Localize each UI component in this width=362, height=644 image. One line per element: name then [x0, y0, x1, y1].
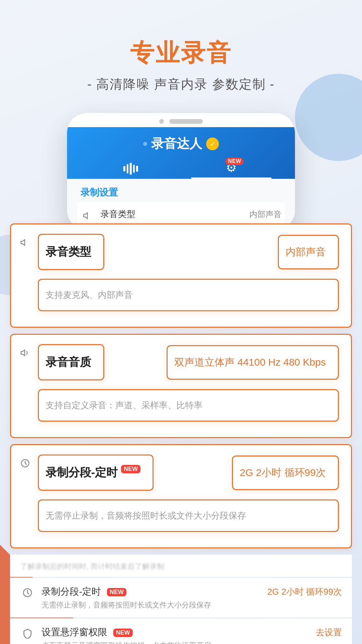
float-new-tag: NEW — [113, 629, 133, 637]
phone-item-value: 内部声音 — [249, 209, 282, 220]
app-title-text: 录音达人 — [151, 135, 202, 152]
verified-icon: ✓ — [210, 140, 216, 148]
card-2-desc: 支持自定义录音：声道、采样率、比特率 — [38, 389, 339, 422]
gear-icon: ⚙ NEW — [226, 160, 237, 175]
app-tabs: ⚙ NEW — [80, 160, 282, 179]
main-title: 专业录音 — [0, 37, 362, 69]
card-2-title: 录音音质 — [38, 344, 104, 380]
blurred-row: 了解录制后的时间时, 而计时结束后了解录制 — [10, 554, 352, 577]
card-2-row: 录音音质 双声道立体声 44100 Hz 480 Kbps — [38, 344, 339, 386]
card-1-content: 录音类型 内部声音 支持麦克风、内部声音 — [38, 234, 339, 317]
speaker-icon-2 — [18, 345, 33, 360]
settings-section: 录制设置 录音类型 内部声音 — [67, 179, 295, 229]
card-3-value: 2G 2小时 循环99次 — [232, 455, 339, 490]
sub-title: - 高清降噪 声音内录 参数定制 - — [0, 76, 362, 93]
card-1-value: 内部声音 — [278, 235, 339, 269]
highlight-card-recording-quality: 录音音质 双声道立体声 44100 Hz 480 Kbps 支持自定义录音：声道… — [10, 334, 352, 438]
phone-float-item: 设置悬浮窗权限 NEW 去设置 桌面不展示悬浮窗圆形操作按钮，点击前往设置开启 — [10, 618, 352, 644]
float-item-content: 设置悬浮窗权限 NEW 去设置 桌面不展示悬浮窗圆形操作按钮，点击前往设置开启 — [42, 626, 342, 644]
card-1-desc: 支持麦克风、内部声音 — [38, 279, 339, 311]
tab-settings[interactable]: ⚙ NEW — [181, 160, 282, 179]
shield-icon — [20, 626, 35, 641]
phone-item-content: 录音类型 内部声音 — [101, 208, 282, 220]
card-3-title: 录制分段-定时 NEW — [38, 454, 154, 491]
segment-item-title: 录制分段-定时 NEW — [42, 585, 126, 598]
highlight-card-segment-timer: 录制分段-定时 NEW 2G 2小时 循环99次 无需停止录制，音频将按照时长或… — [10, 444, 352, 548]
phone-container: 录音达人 ✓ — [0, 113, 362, 230]
speaker-icon-phone — [80, 208, 95, 223]
card-3-content: 录制分段-定时 NEW 2G 2小时 循环99次 无需停止录制，音频将按照时长或… — [38, 454, 339, 538]
float-item-row: 设置悬浮窗权限 NEW 去设置 — [42, 626, 342, 639]
card-3-row: 录制分段-定时 NEW 2G 2小时 循环99次 — [38, 454, 339, 497]
clock-icon-bottom — [20, 585, 35, 600]
segment-item-content: 录制分段-定时 NEW 2G 2小时 循环99次 无需停止录制，音频将按照时长或… — [42, 585, 342, 610]
card-2-value: 双声道立体声 44100 Hz 480 Kbps — [167, 345, 339, 380]
blurred-text: 了解录制后的时间时, 而计时结束后了解录制 — [20, 561, 342, 572]
segment-item-value: 2G 2小时 循环99次 — [267, 586, 342, 598]
verified-badge: ✓ — [206, 138, 219, 150]
clock-icon-1 — [18, 456, 33, 471]
tab-waveform[interactable] — [80, 163, 181, 179]
segment-item-row: 录制分段-定时 NEW 2G 2小时 循环99次 — [42, 585, 342, 598]
segment-new-tag: NEW — [107, 588, 126, 596]
notch-bar — [169, 119, 203, 124]
float-item-title: 设置悬浮窗权限 NEW — [42, 626, 133, 639]
app-header-title: 录音达人 ✓ — [80, 135, 282, 152]
card-1-row: 录音类型 内部声音 — [38, 234, 339, 276]
popup-cards: 录音类型 内部声音 支持麦克风、内部声音 录音音质 双声道立体声 44100 H… — [10, 223, 352, 548]
status-dot — [143, 142, 147, 146]
phone-segment-item: 录制分段-定时 NEW 2G 2小时 循环99次 无需停止录制，音频将按照时长或… — [10, 578, 352, 618]
highlight-card-recording-type: 录音类型 内部声音 支持麦克风、内部声音 — [10, 223, 352, 328]
phone-item-title: 录音类型 — [101, 208, 135, 220]
waveform-icon — [123, 163, 138, 175]
phone-item-row: 录音类型 内部声音 — [101, 208, 282, 220]
card-2-content: 录音音质 双声道立体声 44100 Hz 480 Kbps 支持自定义录音：声道… — [38, 344, 339, 428]
segment-item-desc: 无需停止录制，音频将按照时长或文件大小分段保存 — [42, 600, 342, 610]
phone-bottom-section: 了解录制后的时间时, 而计时结束后了解录制 录制分段-定时 NEW 2G 2小时… — [10, 554, 352, 644]
phone-mockup: 录音达人 ✓ — [67, 113, 295, 230]
app-header: 录音达人 ✓ — [67, 127, 295, 179]
card-1-title: 录音类型 — [38, 234, 104, 270]
new-badge: NEW — [226, 158, 243, 165]
card-3-desc: 无需停止录制，音频将按照时长或文件大小分段保存 — [38, 499, 339, 532]
phone-notch-bar — [67, 113, 295, 127]
float-item-desc: 桌面不展示悬浮窗圆形操作按钮，点击前往设置开启 — [42, 641, 342, 644]
settings-header: 录制设置 — [77, 179, 285, 202]
header-section: 专业录音 - 高清降噪 声音内录 参数定制 - — [0, 0, 362, 106]
float-item-value: 去设置 — [316, 627, 342, 638]
notch-dot — [159, 119, 164, 124]
card-3-new-tag: NEW — [121, 465, 140, 473]
speaker-icon-1 — [18, 235, 33, 250]
